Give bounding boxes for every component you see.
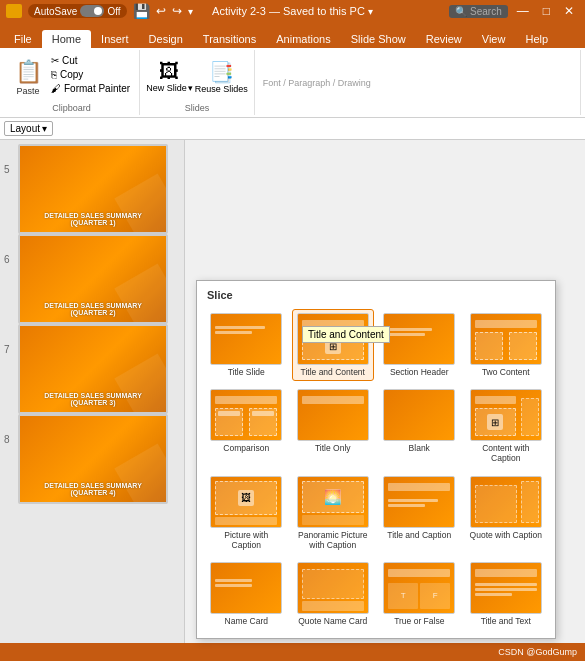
layout-item-picture-with-caption[interactable]: 🖼 Picture with Caption [205,472,288,554]
layout-thumbnail-name-card [210,562,282,614]
slide-item[interactable]: 8 DETAILED SALES SUMMARY (QUARTER 4) [4,414,180,504]
customize-icon[interactable]: ▾ [188,6,193,17]
layout-item-true-or-false[interactable]: TF True or False [378,558,461,630]
layout-item-title-only[interactable]: Title Only [292,385,375,467]
layout-thumbnail-panoramic-picture: 🌅 [297,476,369,528]
layout-name-title-slide: Title Slide [228,367,265,377]
tab-design[interactable]: Design [139,30,193,48]
slide-thumbnail[interactable]: DETAILED SALES SUMMARY (QUARTER 3) [18,324,168,414]
layout-item-quote-name-card[interactable]: Quote Name Card [292,558,375,630]
search-label: Search [470,6,502,17]
slide-number: 7 [4,344,14,355]
minimize-button[interactable]: — [512,4,534,18]
slide-number: 5 [4,164,14,175]
tab-review[interactable]: Review [416,30,472,48]
font-group: Font / Paragraph / Drawing [255,50,581,115]
search-box[interactable]: 🔍 Search [449,5,508,18]
clipboard-label: Clipboard [52,101,91,113]
title-bar-right: 🔍 Search — □ ✕ [449,4,579,18]
reuse-slides-icon: 📑 [209,60,234,84]
title-bar: AutoSave Off 💾 ↩ ↪ ▾ Activity 2-3 — Save… [0,0,585,22]
cut-button[interactable]: ✂ Cut [48,54,133,67]
close-button[interactable]: ✕ [559,4,579,18]
layout-thumbnail-comparison [210,389,282,441]
slide-title: DETAILED SALES SUMMARY [44,302,142,309]
slide-number: 8 [4,434,14,445]
autosave-toggle[interactable] [80,5,104,17]
layout-name-picture-with-caption: Picture with Caption [209,530,284,550]
title-bar-left: AutoSave Off 💾 ↩ ↪ ▾ [6,3,193,19]
layout-thumbnail-title-slide [210,313,282,365]
layout-thumbnail-blank [383,389,455,441]
slide-subtitle: (QUARTER 3) [70,399,115,406]
copy-button[interactable]: ⎘ Copy [48,68,133,81]
layout-item-two-content[interactable]: Two Content [465,309,548,381]
tooltip: Title and Content [302,326,390,343]
layout-name-two-content: Two Content [482,367,530,377]
slides-panel: 5 DETAILED SALES SUMMARY (QUARTER 1) 6 D… [0,140,185,643]
tab-insert[interactable]: Insert [91,30,139,48]
format-painter-label: Format Painter [64,83,130,94]
slide-item[interactable]: 7 DETAILED SALES SUMMARY (QUARTER 3) [4,324,180,414]
autosave-state: Off [107,6,120,17]
slide-number: 6 [4,254,14,265]
slide-thumbnail[interactable]: DETAILED SALES SUMMARY (QUARTER 1) [18,144,168,234]
toolbar-row: Layout ▾ [0,118,585,140]
reuse-slides-button[interactable]: 📑 Reuse Slides [195,60,248,94]
slide-item[interactable]: 6 DETAILED SALES SUMMARY (QUARTER 2) [4,234,180,324]
slide-thumbnail[interactable]: DETAILED SALES SUMMARY (QUARTER 2) [18,234,168,324]
save-icon[interactable]: 💾 [133,3,150,19]
layout-name-comparison: Comparison [223,443,269,453]
layout-label: Layout [10,123,40,134]
layout-item-panoramic-picture[interactable]: 🌅 Panoramic Picture with Caption [292,472,375,554]
document-title: Activity 2-3 — Saved to this PC ▾ [212,5,373,17]
slide-thumbnail[interactable]: DETAILED SALES SUMMARY (QUARTER 4) [18,414,168,504]
autosave-badge[interactable]: AutoSave Off [28,4,127,18]
layout-thumbnail-title-and-caption [383,476,455,528]
layout-chevron-icon: ▾ [42,123,47,134]
redo-icon[interactable]: ↪ [172,4,182,18]
layout-name-title-and-caption: Title and Caption [387,530,451,540]
copy-icon: ⎘ [51,69,57,80]
slide-title: DETAILED SALES SUMMARY [44,212,142,219]
tab-animations[interactable]: Animations [266,30,340,48]
layout-item-name-card[interactable]: Name Card [205,558,288,630]
slide-title: DETAILED SALES SUMMARY [44,392,142,399]
layout-item-title-and-content[interactable]: ⊞ Title and Content [292,309,375,381]
layout-name-content-with-caption: Content with Caption [469,443,544,463]
layout-dropdown-button[interactable]: Layout ▾ [4,121,53,136]
tab-help[interactable]: Help [515,30,558,48]
layout-item-quote-with-caption[interactable]: Quote with Caption [465,472,548,554]
slide-subtitle: (QUARTER 4) [70,489,115,496]
tab-transitions[interactable]: Transitions [193,30,266,48]
undo-icon[interactable]: ↩ [156,4,166,18]
layout-item-title-and-caption[interactable]: Title and Caption [378,472,461,554]
layout-thumbnail-content-with-caption: ⊞ [470,389,542,441]
layout-item-content-with-caption[interactable]: ⊞ Content with Caption [465,385,548,467]
slide-subtitle: (QUARTER 2) [70,309,115,316]
tab-file[interactable]: File [4,30,42,48]
main-area: 5 DETAILED SALES SUMMARY (QUARTER 1) 6 D… [0,140,585,643]
slides-label: Slides [185,101,210,113]
layout-item-comparison[interactable]: Comparison [205,385,288,467]
tab-slideshow[interactable]: Slide Show [341,30,416,48]
layout-item-title-and-text[interactable]: Title and Text [465,558,548,630]
slide-item[interactable]: 5 DETAILED SALES SUMMARY (QUARTER 1) [4,144,180,234]
layout-item-blank[interactable]: Blank [378,385,461,467]
paste-button[interactable]: 📋 Paste [10,52,46,101]
layout-item-section-header[interactable]: Section Header [378,309,461,381]
format-painter-button[interactable]: 🖌 Format Painter [48,82,133,95]
layout-item-title-slide[interactable]: Title Slide [205,309,288,381]
layout-name-panoramic-picture: Panoramic Picture with Caption [296,530,371,550]
autosave-label: AutoSave [34,6,77,17]
slide-title: DETAILED SALES SUMMARY [44,482,142,489]
tab-view[interactable]: View [472,30,516,48]
tab-home[interactable]: Home [42,30,91,48]
tooltip-text: Title and Content [308,329,384,340]
ribbon-content: 📋 Paste ✂ Cut ⎘ Copy 🖌 Format Painter Cl… [0,48,585,118]
layout-grid: Title Slide ⊞ Title and Content Section … [203,307,549,632]
restore-button[interactable]: □ [538,4,555,18]
layout-name-title-only: Title Only [315,443,351,453]
layout-thumbnail-true-or-false: TF [383,562,455,614]
new-slide-button[interactable]: 🖼 New Slide▾ [146,60,193,93]
